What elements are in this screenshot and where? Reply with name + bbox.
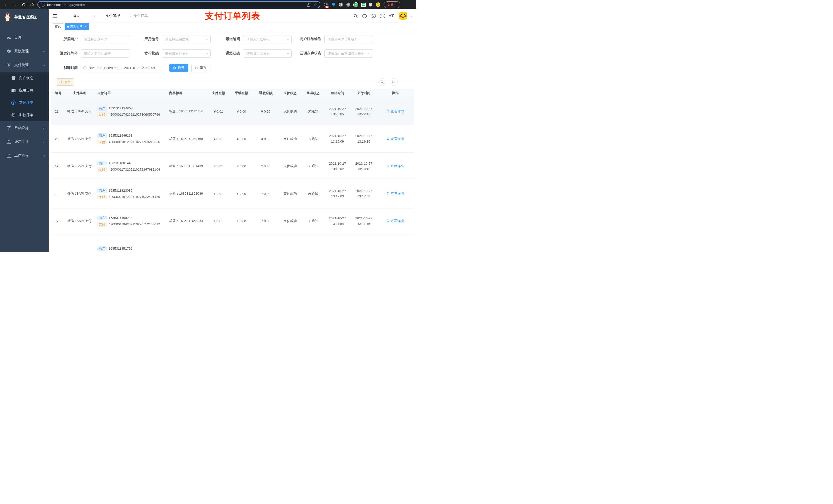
app-logo-rabbit [3,13,12,22]
cell-id: 18 [51,192,64,196]
filter-label-notify-status: 回调商户状态 [295,51,324,56]
merchant-select[interactable] [81,35,129,43]
share-icon[interactable] [307,3,310,7]
github-icon[interactable] [362,14,367,19]
tab-home[interactable]: 首页 [52,23,63,30]
cell-product-title: 标题：1635312124656 [166,109,208,114]
sidebar-item-home[interactable]: 首页 [0,30,49,44]
sidebar-item-merchant-info[interactable]: 商户信息 [0,72,49,84]
channel-code-select[interactable] [243,35,292,43]
cell-product-title: 标题：1635311949168 [166,137,208,141]
app-logo-row[interactable]: 芋道管理系统 [0,9,49,25]
merchant-tag: 商户 [97,216,106,220]
pay-tag: 支付 [97,222,106,226]
view-detail-link[interactable]: 查看详情 [386,191,404,196]
avatar-caret-icon[interactable]: ▾ [411,15,412,18]
cell-pay-channel: 微信 JSAPI 支付 [64,191,95,196]
browser-back-icon[interactable]: ← [3,1,10,8]
browser-update-button[interactable]: 更新 ⋮ [384,1,400,8]
view-detail-link[interactable]: 查看详情 [386,164,404,169]
view-detail-link[interactable]: 查看详情 [386,137,404,141]
user-avatar[interactable] [399,12,407,20]
view-detail-link[interactable]: 查看详情 [386,219,404,223]
fullscreen-icon[interactable] [380,14,385,18]
view-detail-link[interactable]: 查看详情 [386,109,404,114]
font-size-icon[interactable]: TT [389,14,395,18]
cell-product-title: 标题：1635311823086 [166,191,208,196]
dashboard-icon [6,35,12,40]
browser-forward-icon[interactable]: → [11,1,19,8]
bookmark-star-icon[interactable]: ☆ [313,3,317,7]
cell-notify-status: 未通知 [302,191,324,196]
browser-menu-icon[interactable]: ⋮ [395,4,399,6]
channel-order-no-input[interactable] [81,49,129,57]
close-tab-icon[interactable]: ✕ [85,25,87,28]
search-button[interactable]: 搜索 [169,64,188,72]
sidebar-item-pay-order[interactable]: ￥ 支付订单 [0,97,49,109]
refresh-icon[interactable] [390,78,398,86]
cell-actions: 查看详情 [377,164,414,169]
cell-pay-status: 支付成功 [278,109,302,114]
cell-fee-amount: ¥ 0.00 [229,110,254,114]
table-row: 18 微信 JSAPI 支付 商户 1635311823086 支付 42000… [51,180,414,208]
svg-text:?: ? [373,14,375,17]
help-icon[interactable]: ? [372,14,376,18]
browser-reload-icon[interactable] [20,1,27,8]
browser-home-icon[interactable] [29,1,36,8]
merchant-order-no-input[interactable] [324,35,373,43]
create-time-range-picker[interactable]: 2021-10-01 00:00:00 - 2021-10-31 23:59:5… [81,64,166,72]
cell-fee-amount: ¥ 0.00 [229,192,254,196]
grid-table-icon [10,89,16,93]
column-header: 操作 [377,91,414,96]
briefcase-icon [6,154,12,158]
cell-pay-status: 支付成功 [278,219,302,223]
sidebar-item-pay[interactable]: ￥ 支付管理 [0,58,49,72]
column-header: 商品标题 [166,91,208,96]
table-row: 19 微信 JSAPI 支付 商户 1635311881440 支付 42000… [51,153,414,180]
filter-label-channel-code: 渠道编码 [214,37,243,42]
merchant-tag: 商户 [97,106,106,111]
sidebar-item-app-info[interactable]: 应用信息 [0,84,49,97]
merchant-order-no: 1635311468233 [109,216,133,220]
address-bar[interactable]: i localhost:1024/pay/order ☆ [38,1,320,8]
cell-pay-channel: 微信 JSAPI 支付 [64,219,95,223]
pay-status-select[interactable] [162,49,211,57]
toggle-search-icon[interactable] [378,78,386,86]
active-tab-dot [67,26,69,28]
extension-emoji-avatar[interactable] [376,2,381,7]
breadcrumb-home[interactable]: 首页 [61,14,92,18]
sidebar-item-workflow[interactable]: 工作流程 [0,149,49,163]
sidebar-item-refund-order[interactable]: 退款订单 [0,109,49,121]
extension-balloon-icon[interactable] [331,2,336,7]
sidebar-item-dev-tools[interactable]: 研发工具 [0,135,49,149]
cell-pay-order: 商户 1635311949168 支付 42000011812021102777… [95,131,166,146]
sidebar-item-infra[interactable]: 基础设施 [0,121,49,135]
extension-command-icon[interactable] [338,2,343,7]
search-icon[interactable] [354,14,358,18]
extension-chat-icon[interactable] [361,2,366,7]
cell-pay-channel: 微信 JSAPI 支付 [64,109,95,114]
page-content: 所属商户 应用编号 渠道编码 商户订单编号 [49,31,416,252]
extension-y-green-icon[interactable] [353,2,358,7]
refund-status-select[interactable] [243,49,292,57]
pay-order-no: 4200001167202110271022491439 [109,195,160,199]
cell-create-time: 2021-10-2713:17:03 [324,188,351,199]
extensions-puzzle-icon[interactable] [368,2,373,7]
column-header: 支付状态 [278,91,302,96]
pay-order-no: 4200001173202110272847982104 [109,167,160,171]
breadcrumb-parent[interactable]: 支付管理 [97,14,128,18]
site-info-icon[interactable]: i [41,3,45,7]
sidebar-toggle-icon[interactable] [53,14,57,18]
cell-actions: 查看详情 [377,137,414,141]
cell-actions: 查看详情 [377,191,414,196]
tab-pay-order[interactable]: 支付订单 ✕ [65,23,89,30]
extension-record-icon[interactable] [346,2,351,7]
app-select[interactable] [162,35,211,43]
extension-diamond-icon[interactable]: 10 [324,2,329,7]
clock-icon [83,66,87,70]
export-button[interactable]: 导出 [56,78,74,86]
notify-status-select[interactable] [324,49,373,57]
sidebar-item-system[interactable]: 系统管理 [0,44,49,58]
column-header: 支付渠道 [64,91,95,96]
reset-button[interactable]: 重置 [191,64,210,72]
